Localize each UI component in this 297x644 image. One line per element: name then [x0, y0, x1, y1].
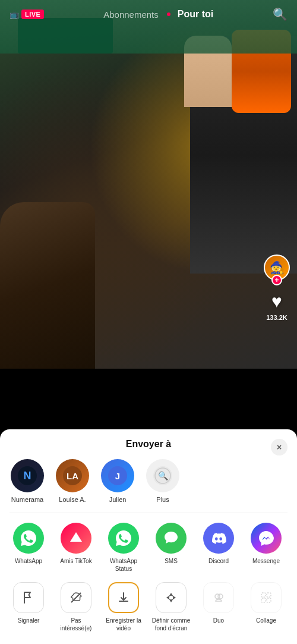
app-name-tiktok: Amis TikTok [60, 557, 91, 565]
app-whatsapp[interactable]: WhatsApp [5, 523, 52, 573]
app-messenger[interactable]: Messenge [242, 523, 290, 573]
action-name-pas-interesse: Pas intéressé(e) [55, 617, 97, 632]
svg-rect-20 [261, 598, 266, 602]
app-name-messenger: Messenge [252, 557, 280, 565]
divider-1 [10, 513, 287, 513]
live-badge: 📺 LIVE [10, 10, 44, 19]
video-area: 📺 LIVE Abonnements Pour toi 🔍 🧙 + ♥ 133.… [0, 0, 297, 369]
tab-abonnements[interactable]: Abonnements [103, 10, 159, 20]
action-signaler[interactable]: Signaler [5, 582, 52, 632]
contact-avatar-plus: 🔍 [146, 459, 179, 492]
contact-louise[interactable]: LA Louise A. [55, 459, 90, 503]
signaler-icon-box [13, 582, 44, 613]
action-collage[interactable]: Collage [242, 582, 290, 632]
dragon-statue [0, 202, 95, 369]
app-name-whatsapp: WhatsApp [15, 557, 42, 565]
sheet-header: Envoyer à × [0, 439, 297, 457]
svg-text:J: J [115, 471, 120, 481]
action-fond-ecran[interactable]: Définir comme fond d'écran [147, 582, 195, 632]
sheet-title: Envoyer à [126, 439, 171, 450]
right-actions: 🧙 + ♥ 133.2K [264, 255, 290, 321]
action-name-enregistrer: Enregistrer la vidéo [102, 617, 145, 632]
svg-marker-13 [170, 600, 173, 602]
contact-avatar-louise: LA [56, 459, 89, 492]
bottom-sheet: Envoyer à × N Numerama LA Louise A. [0, 429, 297, 644]
close-button[interactable]: × [271, 439, 287, 455]
contact-name-plus: Plus [156, 496, 169, 503]
action-name-signaler: Signaler [18, 617, 40, 624]
avatar-container[interactable]: 🧙 + [264, 255, 290, 281]
tab-pour-toi[interactable]: Pour toi [178, 9, 213, 20]
app-name-discord: Discord [208, 557, 229, 565]
search-icon[interactable]: 🔍 [273, 7, 287, 21]
svg-rect-19 [267, 593, 271, 597]
action-name-collage: Collage [256, 617, 276, 624]
svg-marker-12 [170, 593, 173, 595]
pas-interesse-icon-box [61, 582, 91, 613]
live-text: LIVE [21, 10, 44, 19]
action-duo[interactable]: Duo [195, 582, 242, 632]
app-discord[interactable]: Discord [195, 523, 242, 573]
sms-icon [156, 523, 187, 554]
app-tiktok[interactable]: Amis TikTok [52, 523, 100, 573]
app-name-sms: SMS [165, 557, 178, 565]
svg-marker-15 [173, 596, 176, 599]
action-name-duo: Duo [213, 617, 224, 624]
whatsapp-status-icon [108, 523, 139, 554]
like-count: 133.2K [266, 314, 287, 321]
tiktok-share-icon [61, 523, 91, 554]
heart-icon: ♥ [271, 291, 282, 312]
contact-avatar-numerama: N [11, 459, 44, 492]
contact-plus[interactable]: 🔍 Plus [145, 459, 181, 503]
fond-ecran-icon-box [156, 582, 187, 613]
like-button[interactable]: ♥ 133.2K [266, 291, 287, 321]
action-pas-interesse[interactable]: Pas intéressé(e) [52, 582, 100, 632]
discord-icon [203, 523, 234, 554]
svg-marker-14 [166, 596, 169, 599]
collage-icon-box [251, 582, 282, 613]
svg-marker-9 [70, 532, 82, 542]
svg-point-17 [218, 594, 223, 599]
svg-text:LA: LA [67, 471, 78, 481]
enregistrer-icon-box [108, 582, 139, 613]
contact-julien[interactable]: J Julien [100, 459, 135, 503]
svg-point-11 [169, 595, 173, 600]
contact-name-julien: Julien [109, 496, 127, 503]
whatsapp-icon [13, 523, 44, 554]
action-name-fond-ecran: Définir comme fond d'écran [150, 617, 192, 632]
app-name-whatsapp-status: WhatsApp Status [102, 557, 145, 573]
contacts-row: N Numerama LA Louise A. J Julien [0, 457, 297, 513]
app-sms[interactable]: SMS [147, 523, 195, 573]
svg-rect-18 [261, 593, 266, 597]
svg-text:N: N [24, 470, 31, 482]
contact-avatar-julien: J [101, 459, 134, 492]
top-bar: 📺 LIVE Abonnements Pour toi 🔍 [0, 0, 297, 26]
nav-tabs: Abonnements Pour toi [103, 9, 213, 20]
messenger-icon [251, 523, 282, 554]
app-whatsapp-status[interactable]: WhatsApp Status [100, 523, 147, 573]
duo-icon-box [203, 582, 234, 613]
tv-icon: 📺 [10, 10, 19, 19]
apps-row: WhatsApp Amis TikTok WhatsApp Status [0, 523, 297, 582]
nav-dot [167, 12, 170, 16]
svg-text:🔍: 🔍 [158, 471, 169, 481]
contact-numerama[interactable]: N Numerama [10, 459, 45, 503]
follow-plus[interactable]: + [271, 275, 282, 285]
contact-name-numerama: Numerama [11, 496, 43, 503]
action-enregistrer[interactable]: Enregistrer la vidéo [100, 582, 147, 632]
svg-rect-21 [267, 598, 271, 602]
actions-row: Signaler Pas intéressé(e) Enregistrer la… [0, 582, 297, 632]
contact-name-louise: Louise A. [59, 496, 86, 503]
